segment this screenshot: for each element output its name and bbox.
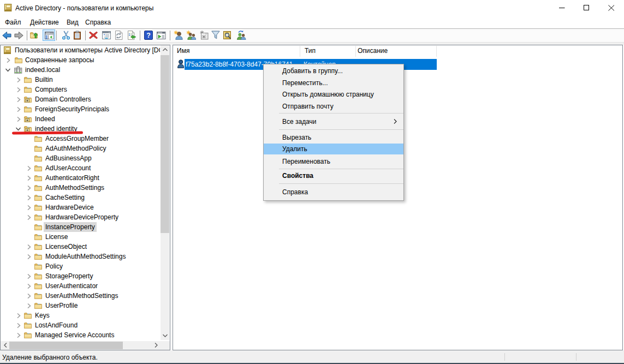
svg-text:?: ?	[146, 32, 151, 39]
